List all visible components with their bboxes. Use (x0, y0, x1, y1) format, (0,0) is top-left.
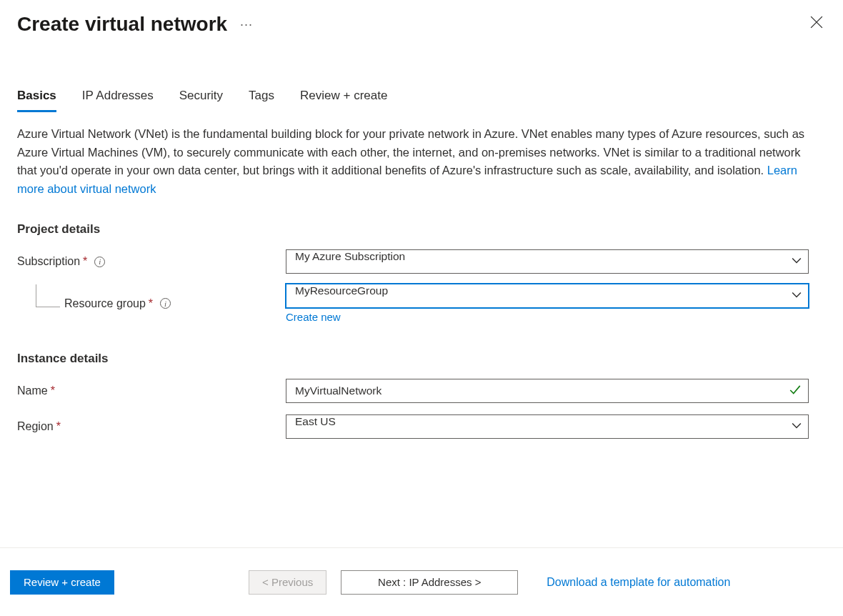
region-value: East US (286, 414, 809, 439)
required-marker: * (83, 255, 87, 268)
region-label: Region * (17, 420, 286, 433)
page-title: Create virtual network (17, 13, 227, 36)
subscription-label-text: Subscription (17, 255, 80, 268)
previous-button: < Previous (249, 570, 326, 595)
name-label-text: Name (17, 384, 48, 397)
subscription-label: Subscription * i (17, 255, 286, 268)
close-button[interactable] (810, 16, 824, 30)
tab-tags[interactable]: Tags (249, 89, 274, 112)
required-marker: * (149, 297, 153, 310)
subscription-value: My Azure Subscription (286, 249, 809, 274)
footer-bar: Review + create < Previous Next : IP Add… (0, 547, 843, 616)
resource-group-label: Resource group * i (17, 297, 286, 310)
close-icon (810, 16, 823, 29)
download-template-link[interactable]: Download a template for automation (547, 576, 730, 589)
description-text: Azure Virtual Network (VNet) is the fund… (17, 125, 817, 198)
name-label: Name * (17, 384, 286, 397)
subscription-select[interactable]: My Azure Subscription (286, 249, 809, 274)
resource-group-select[interactable]: MyResourceGroup (286, 284, 809, 308)
section-title-project: Project details (17, 222, 826, 237)
review-create-button[interactable]: Review + create (10, 570, 114, 595)
info-icon[interactable]: i (160, 298, 171, 309)
resource-group-label-text: Resource group (64, 297, 146, 310)
tab-ip-addresses[interactable]: IP Addresses (82, 89, 154, 112)
tab-bar: Basics IP Addresses Security Tags Review… (0, 89, 843, 112)
region-select[interactable]: East US (286, 414, 809, 439)
resource-group-value: MyResourceGroup (286, 284, 809, 308)
required-marker: * (56, 420, 61, 433)
required-marker: * (51, 384, 55, 397)
check-icon (789, 384, 802, 399)
tab-security[interactable]: Security (179, 89, 223, 112)
indent-line (36, 284, 60, 307)
name-input[interactable] (286, 379, 809, 403)
description-body: Azure Virtual Network (VNet) is the fund… (17, 127, 804, 177)
section-title-instance: Instance details (17, 352, 826, 366)
more-actions-button[interactable]: ··· (240, 17, 253, 32)
info-icon[interactable]: i (94, 257, 105, 267)
tab-review-create[interactable]: Review + create (300, 89, 387, 112)
next-button[interactable]: Next : IP Addresses > (341, 570, 518, 595)
create-new-link[interactable]: Create new (286, 311, 341, 323)
region-label-text: Region (17, 420, 54, 433)
tab-basics[interactable]: Basics (17, 89, 56, 112)
